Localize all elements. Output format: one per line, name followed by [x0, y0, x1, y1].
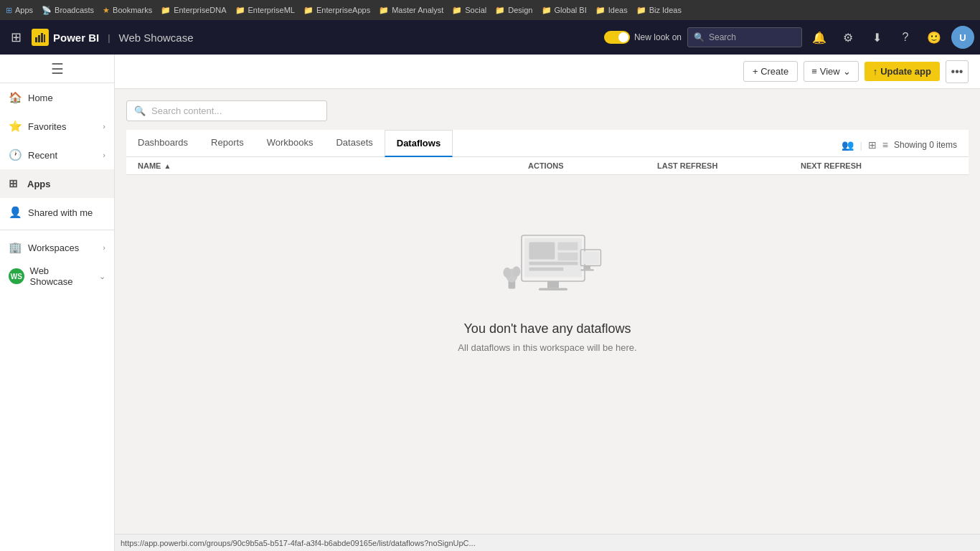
bookmark-enterprisedna[interactable]: 📁 EnterpriseDNA — [161, 6, 226, 15]
workspace-avatar: WS — [9, 268, 24, 284]
more-icon: ••• — [951, 65, 963, 78]
recent-chevron-icon: › — [103, 151, 105, 159]
update-app-button[interactable]: ↑ Update app — [864, 62, 940, 81]
recent-icon: 🕐 — [9, 149, 22, 161]
feedback-button[interactable]: 🙂 — [923, 26, 946, 49]
sidebar-favorites-label: Favorites — [28, 121, 66, 132]
col-name-header[interactable]: NAME ▲ — [126, 161, 528, 170]
people-icon: 👥 — [842, 139, 854, 151]
header: ⊞ Power BI | Web Showcase New look on 🔍 … — [0, 20, 980, 55]
sidebar-workspaces-label: Workspaces — [28, 242, 79, 253]
bookmark-master-analyst[interactable]: 📁 Master Analyst — [379, 6, 443, 15]
sidebar-item-favorites[interactable]: ⭐ Favorites › — [0, 112, 114, 141]
workspaces-chevron-icon: › — [103, 243, 105, 252]
sidebar-apps-label: Apps — [27, 179, 51, 189]
svg-rect-1 — [38, 35, 40, 42]
svg-rect-6 — [529, 242, 555, 260]
sidebar-item-workspaces[interactable]: 🏢 Workspaces › — [0, 233, 114, 262]
sidebar-shared-label: Shared with me — [28, 207, 93, 218]
bookmark-social[interactable]: 📁 Social — [452, 6, 486, 15]
app-logo: Power BI — [32, 29, 99, 46]
table-controls: 👥 | ⊞ ≡ Showing 0 items — [830, 133, 969, 156]
folder-icon-2: 📁 — [235, 6, 245, 15]
folder-icon-6: 📁 — [495, 6, 505, 15]
bookmark-ideas[interactable]: 📁 Ideas — [595, 6, 628, 15]
folder-icon-5: 📁 — [452, 6, 462, 15]
user-avatar[interactable]: U — [951, 26, 974, 49]
settings-button[interactable]: ⚙ — [837, 26, 859, 49]
tab-reports[interactable]: Reports — [199, 130, 255, 157]
view-icon: ≡ — [811, 66, 817, 77]
bookmark-bar: ⊞ Apps 📡 Broadcasts ★ Bookmarks 📁 Enterp… — [0, 0, 980, 20]
sidebar-home-label: Home — [28, 93, 53, 103]
folder-icon-7: 📁 — [542, 6, 552, 15]
main-content: + Create ≡ View ⌄ ↑ Update app ••• 🔍 Sea… — [115, 55, 980, 551]
apps-icon: ⊞ — [6, 6, 12, 15]
sidebar-item-web-showcase[interactable]: WS Web Showcase ⌄ — [0, 262, 114, 291]
search-icon: 🔍 — [694, 32, 705, 42]
empty-state: You don't have any dataflows All dataflo… — [126, 175, 969, 396]
view-button[interactable]: ≡ View ⌄ — [804, 61, 859, 82]
app-name: Power BI — [53, 32, 99, 44]
home-icon: 🏠 — [9, 91, 22, 104]
svg-rect-9 — [557, 242, 578, 250]
tab-dataflows[interactable]: Dataflows — [385, 130, 453, 157]
bookmark-broadcasts[interactable]: 📡 Broadcasts — [42, 6, 94, 15]
more-options-button[interactable]: ••• — [946, 60, 969, 83]
tab-datasets[interactable]: Datasets — [324, 130, 384, 157]
web-showcase-chevron-icon: ⌄ — [99, 272, 105, 281]
col-last-refresh-header: LAST REFRESH — [657, 161, 801, 170]
content-search-box[interactable]: 🔍 Search content... — [126, 100, 327, 121]
table-header: NAME ▲ ACTIONS LAST REFRESH NEXT REFRESH — [126, 157, 969, 175]
new-look-toggle[interactable]: New look on — [604, 31, 682, 44]
sidebar-collapse-button[interactable]: ☰ — [0, 55, 114, 83]
broadcast-icon: 📡 — [42, 6, 52, 15]
bookmark-biz-ideas[interactable]: 📁 Biz Ideas — [636, 6, 682, 15]
help-button[interactable]: ? — [894, 26, 917, 49]
bookmark-design-label: Design — [508, 6, 532, 14]
global-search-box[interactable]: 🔍 Search — [687, 27, 802, 47]
search-placeholder: Search — [709, 32, 736, 42]
svg-rect-11 — [547, 281, 559, 288]
folder-icon-4: 📁 — [379, 6, 389, 15]
bookmark-enterpriseml[interactable]: 📁 EnterpriseML — [235, 6, 295, 15]
shared-icon: 👤 — [9, 206, 22, 219]
col-actions-header: ACTIONS — [528, 161, 657, 170]
update-icon: ↑ — [873, 66, 878, 77]
create-button[interactable]: + Create — [743, 61, 798, 82]
svg-rect-12 — [539, 288, 567, 291]
powerbi-icon — [32, 29, 49, 46]
view-chevron-icon: ⌄ — [843, 66, 851, 77]
tab-dashboards[interactable]: Dashboards — [126, 130, 199, 157]
header-separator: | — [108, 32, 110, 43]
svg-point-15 — [503, 268, 511, 278]
favorites-icon: ⭐ — [9, 120, 22, 133]
svg-rect-3 — [44, 34, 45, 42]
bookmark-apps-label: Apps — [15, 6, 33, 14]
sidebar-item-shared[interactable]: 👤 Shared with me — [0, 198, 114, 227]
svg-point-16 — [512, 266, 520, 276]
bookmark-global-bi[interactable]: 📁 Global BI — [542, 6, 587, 15]
tab-workbooks[interactable]: Workbooks — [255, 130, 325, 157]
bookmark-bookmarks[interactable]: ★ Bookmarks — [103, 6, 152, 15]
svg-rect-7 — [529, 262, 578, 265]
sidebar-item-recent[interactable]: 🕐 Recent › — [0, 141, 114, 169]
col-next-refresh-header: NEXT REFRESH — [801, 161, 969, 170]
waffle-menu-button[interactable]: ⊞ — [6, 27, 26, 47]
bookmark-apps[interactable]: ⊞ Apps — [6, 6, 33, 15]
sidebar-item-home[interactable]: 🏠 Home — [0, 83, 114, 112]
update-label: Update app — [880, 66, 931, 77]
empty-title: You don't have any dataflows — [464, 321, 631, 336]
status-url: https://app.powerbi.com/groups/90c9b5a5-… — [121, 539, 476, 547]
notification-button[interactable]: 🔔 — [808, 26, 831, 49]
folder-icon-9: 📁 — [636, 6, 646, 15]
toggle-switch[interactable] — [604, 31, 630, 44]
bookmark-enterpriseapps[interactable]: 📁 EnterpriseApps — [303, 6, 370, 15]
bookmark-enterpriseml-label: EnterpriseML — [248, 6, 295, 14]
bookmark-design[interactable]: 📁 Design — [495, 6, 532, 15]
bookmark-global-bi-label: Global BI — [555, 6, 587, 14]
workspace-name: Web Showcase — [119, 32, 194, 44]
svg-rect-0 — [35, 37, 37, 42]
sidebar-item-apps[interactable]: ⊞ Apps — [0, 169, 114, 198]
download-button[interactable]: ⬇ — [865, 26, 888, 49]
